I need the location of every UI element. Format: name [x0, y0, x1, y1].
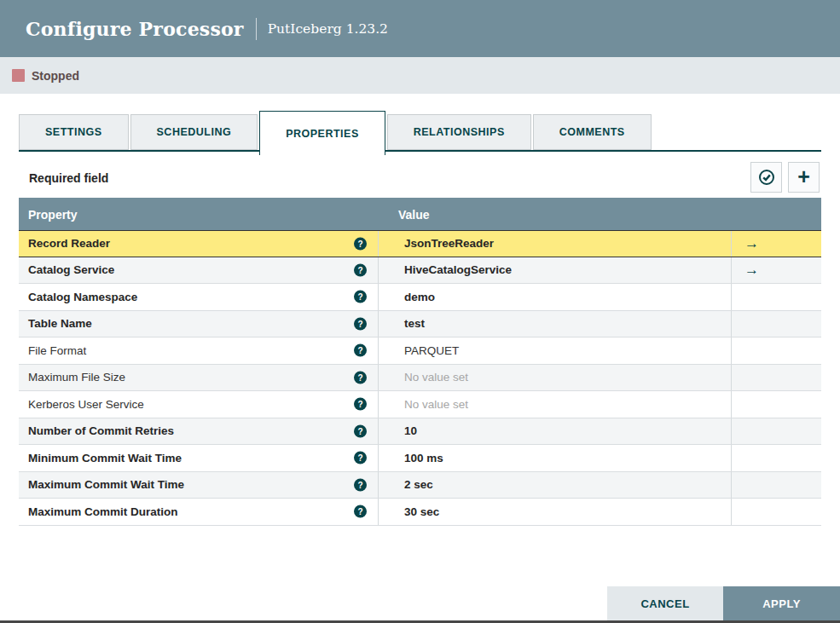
property-name: Minimum Commit Wait Time	[28, 452, 182, 464]
actions-cell	[732, 284, 821, 310]
apply-button[interactable]: APPLY	[723, 586, 840, 620]
tab-label: PROPERTIES	[286, 128, 359, 140]
property-cell: Catalog Namespace ?	[19, 284, 379, 310]
question-circle-icon[interactable]: ?	[354, 452, 367, 464]
table-row[interactable]: Maximum Commit Duration ? 30 sec	[19, 499, 821, 526]
add-property-button[interactable]: +	[788, 162, 820, 193]
title-separator	[256, 18, 257, 40]
property-name: Kerberos User Service	[28, 398, 144, 411]
actions-cell	[732, 391, 821, 418]
actions-cell: →	[732, 257, 821, 284]
status-bar: Stopped	[0, 57, 840, 94]
property-value: 100 ms	[404, 452, 443, 464]
tab-bar: SETTINGS SCHEDULING PROPERTIES RELATIONS…	[19, 111, 821, 155]
property-value: No value set	[404, 398, 468, 411]
question-circle-icon[interactable]: ?	[354, 317, 367, 330]
processor-type-version: PutIceberg 1.23.2	[268, 21, 388, 37]
property-name: Maximum Commit Duration	[28, 505, 178, 518]
value-cell[interactable]: 30 sec	[379, 499, 732, 525]
table-row[interactable]: Maximum File Size ? No value set	[19, 365, 821, 392]
property-name: Maximum Commit Wait Time	[28, 478, 184, 491]
table-row[interactable]: Kerberos User Service ? No value set	[19, 391, 821, 418]
cancel-button[interactable]: CANCEL	[607, 586, 723, 620]
question-circle-icon[interactable]: ?	[354, 291, 367, 303]
stopped-status-icon	[12, 69, 25, 82]
table-row[interactable]: Catalog Service ? HiveCatalogService →	[19, 257, 821, 285]
value-cell[interactable]: HiveCatalogService	[379, 257, 732, 284]
dialog-title: Configure Processor	[26, 18, 244, 40]
table-row[interactable]: Table Name ? test	[19, 311, 821, 338]
property-cell: Number of Commit Retries ?	[19, 418, 379, 445]
question-circle-icon[interactable]: ?	[354, 424, 367, 437]
dialog-titlebar: Configure Processor PutIceberg 1.23.2	[0, 0, 840, 57]
property-cell: Maximum File Size ?	[19, 365, 379, 391]
value-cell[interactable]: JsonTreeReader	[379, 231, 732, 257]
table-header: Property Value	[19, 198, 821, 231]
question-circle-icon[interactable]: ?	[354, 505, 367, 518]
actions-cell	[732, 499, 821, 525]
tab-scheduling[interactable]: SCHEDULING	[130, 114, 258, 150]
tab-label: COMMENTS	[559, 126, 625, 138]
tab-settings[interactable]: SETTINGS	[19, 114, 129, 150]
properties-table: Property Value Record Reader ? JsonTreeR…	[19, 198, 821, 526]
value-cell[interactable]: test	[379, 311, 732, 337]
actions-cell	[732, 445, 821, 471]
property-value: HiveCatalogService	[404, 263, 512, 276]
table-row[interactable]: Maximum Commit Wait Time ? 2 sec	[19, 472, 821, 499]
tab-label: RELATIONSHIPS	[414, 126, 505, 138]
value-cell[interactable]: 100 ms	[379, 445, 732, 471]
actions-cell	[732, 365, 821, 391]
value-cell[interactable]: 10	[379, 418, 732, 445]
go-to-service-icon[interactable]: →	[744, 236, 759, 251]
table-row[interactable]: Catalog Namespace ? demo	[19, 284, 821, 311]
property-value: No value set	[404, 371, 468, 384]
property-value: test	[404, 317, 425, 330]
question-circle-icon[interactable]: ?	[354, 398, 367, 411]
table-row[interactable]: File Format ? PARQUET	[19, 337, 821, 365]
tab-relationships[interactable]: RELATIONSHIPS	[387, 114, 531, 150]
property-column-header: Property	[19, 208, 379, 222]
actions-cell	[732, 418, 821, 445]
property-cell: Catalog Service ?	[19, 257, 379, 284]
tab-comments[interactable]: COMMENTS	[533, 114, 652, 150]
property-name: Catalog Namespace	[28, 291, 137, 303]
question-circle-icon[interactable]: ?	[354, 371, 367, 384]
status-label: Stopped	[32, 69, 79, 83]
properties-table-body: Record Reader ? JsonTreeReader → Catalog…	[19, 230, 821, 526]
property-cell: Table Name ?	[19, 311, 379, 337]
actions-cell	[732, 311, 821, 337]
property-value: 2 sec	[404, 478, 433, 491]
check-circle-icon	[758, 169, 775, 186]
value-cell[interactable]: demo	[379, 284, 732, 310]
value-cell[interactable]: No value set	[379, 365, 732, 391]
tab-properties[interactable]: PROPERTIES	[259, 111, 385, 155]
value-column-header: Value	[379, 208, 732, 222]
property-cell: Kerberos User Service ?	[19, 391, 379, 418]
property-cell: Maximum Commit Wait Time ?	[19, 472, 379, 499]
property-value: demo	[404, 291, 435, 303]
property-name: Record Reader	[28, 237, 110, 250]
property-name: Table Name	[28, 317, 92, 330]
verify-properties-button[interactable]	[750, 162, 782, 193]
question-circle-icon[interactable]: ?	[354, 478, 367, 491]
value-cell[interactable]: 2 sec	[379, 472, 732, 499]
question-circle-icon[interactable]: ?	[354, 237, 367, 250]
value-cell[interactable]: PARQUET	[379, 337, 732, 364]
table-row[interactable]: Number of Commit Retries ? 10	[19, 418, 821, 446]
property-value: JsonTreeReader	[404, 237, 494, 250]
question-circle-icon[interactable]: ?	[354, 263, 367, 276]
required-field-label: Required field	[29, 171, 108, 185]
go-to-service-icon[interactable]: →	[744, 262, 759, 277]
property-value: PARQUET	[404, 344, 459, 357]
property-name: Maximum File Size	[28, 371, 125, 384]
property-value: 30 sec	[404, 505, 439, 518]
property-value: 10	[404, 424, 417, 437]
tab-label: SCHEDULING	[157, 126, 232, 138]
properties-toolbar: +	[750, 162, 820, 193]
table-row[interactable]: Record Reader ? JsonTreeReader →	[19, 230, 821, 257]
property-cell: Record Reader ?	[19, 231, 379, 257]
actions-cell: →	[732, 231, 821, 257]
table-row[interactable]: Minimum Commit Wait Time ? 100 ms	[19, 445, 821, 472]
question-circle-icon[interactable]: ?	[354, 344, 367, 357]
value-cell[interactable]: No value set	[379, 391, 732, 418]
